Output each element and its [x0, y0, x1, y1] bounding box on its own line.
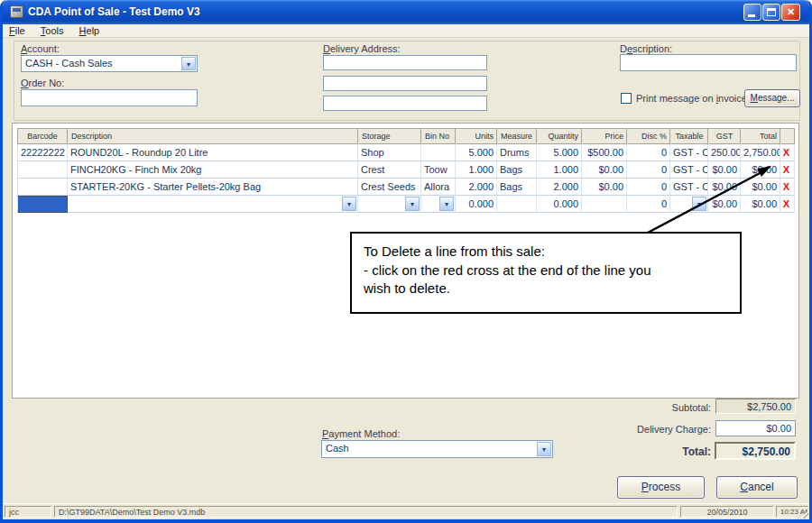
- print-message-label: Print message on invoice: [636, 93, 747, 104]
- col-header-total: Total: [741, 128, 780, 144]
- cell-description[interactable]: ROUND20L - Roundup 20 Litre: [68, 144, 358, 161]
- cell-measure[interactable]: [497, 196, 537, 213]
- col-header-gst: GST: [708, 128, 741, 144]
- close-button[interactable]: ✕: [781, 4, 800, 21]
- cell-description[interactable]: STARTER-20KG - Starter Pellets-20kg Bag: [68, 179, 358, 196]
- cell-storage[interactable]: Crest Seeds: [358, 179, 421, 196]
- cell-price[interactable]: $500.00: [582, 144, 627, 161]
- cell-units[interactable]: 2.000: [456, 179, 497, 196]
- cell-taxable[interactable]: GST - C: [670, 144, 708, 161]
- menu-file[interactable]: File: [3, 24, 32, 37]
- cell-price[interactable]: [582, 196, 627, 213]
- menu-help[interactable]: Help: [73, 24, 106, 37]
- description-label: Description:: [620, 43, 672, 54]
- delivery-address-line2[interactable]: [323, 76, 487, 91]
- app-window: CDA Point of Sale - Test Demo V3 ✕ File …: [0, 0, 812, 523]
- col-header-barcode: Barcode: [17, 128, 68, 144]
- cell-price[interactable]: $0.00: [582, 179, 627, 196]
- col-header-measure: Measure: [497, 128, 537, 144]
- window-title: CDA Point of Sale - Test Demo V3: [28, 5, 200, 18]
- col-header-price: Price: [582, 128, 627, 144]
- callout-line: To Delete a line from this sale:: [364, 243, 728, 262]
- cell-measure[interactable]: Bags: [497, 161, 537, 179]
- menu-tools[interactable]: Tools: [34, 24, 70, 37]
- callout-line: - click on the red cross at the end of t…: [364, 262, 728, 280]
- cell-storage[interactable]: Shop: [358, 144, 421, 161]
- cell-storage-combo[interactable]: ▾: [358, 196, 421, 213]
- delete-line-button[interactable]: X: [780, 144, 795, 161]
- cell-bin-no[interactable]: Allora: [421, 179, 456, 196]
- cancel-button[interactable]: Cancel: [716, 476, 798, 499]
- status-bar: jcc D:\GT99DATA\Demo\Test Demo V3.mdb 20…: [3, 503, 809, 519]
- minimize-icon: [748, 14, 755, 17]
- cell-quantity[interactable]: 2.000: [537, 179, 582, 196]
- maximize-icon: [767, 8, 776, 16]
- cell-barcode[interactable]: [17, 179, 68, 196]
- cell-measure[interactable]: Drums: [497, 144, 537, 161]
- payment-method-select[interactable]: Cash ▾: [321, 440, 553, 458]
- col-header-bin-no: Bin No: [421, 128, 456, 144]
- col-header-delete: [780, 128, 795, 144]
- cell-quantity[interactable]: 0.000: [537, 196, 582, 213]
- total-value: $2,750.00: [715, 442, 796, 460]
- order-no-input[interactable]: [21, 89, 198, 106]
- account-label: Account:: [21, 43, 60, 54]
- cell-description-combo[interactable]: ▾: [68, 196, 358, 213]
- table-row: 22222222 ROUND20L - Roundup 20 Litre Sho…: [17, 144, 795, 161]
- cell-units[interactable]: 5.000: [456, 144, 497, 161]
- minimize-button[interactable]: [743, 4, 761, 21]
- title-bar: CDA Point of Sale - Test Demo V3 ✕: [3, 0, 809, 24]
- account-value: CASH - Cash Sales: [25, 58, 113, 69]
- delivery-charge-label: Delivery Charge:: [544, 424, 711, 435]
- cell-bin-no[interactable]: [421, 144, 456, 161]
- cell-quantity[interactable]: 5.000: [537, 144, 582, 161]
- cell-bin-no-combo[interactable]: ▾: [421, 196, 456, 213]
- chevron-down-icon[interactable]: ▾: [537, 442, 551, 456]
- maximize-button[interactable]: [762, 4, 780, 21]
- menu-bar: File Tools Help: [3, 24, 809, 38]
- col-header-units: Units: [456, 128, 497, 144]
- col-header-taxable: Taxable: [670, 128, 708, 144]
- cell-measure[interactable]: Bags: [497, 179, 537, 196]
- status-database-path: D:\GT99DATA\Demo\Test Demo V3.mdb: [54, 506, 678, 518]
- grid-header-row: Barcode Description Storage Bin No Units…: [17, 128, 795, 144]
- cell-barcode[interactable]: 22222222: [17, 144, 68, 161]
- callout-line: wish to delete.: [364, 280, 728, 298]
- subtotal-label: Subtotal:: [544, 402, 711, 413]
- cell-price[interactable]: $0.00: [582, 161, 627, 179]
- chevron-down-icon[interactable]: ▾: [181, 57, 196, 70]
- description-input[interactable]: [620, 54, 797, 71]
- cell-storage[interactable]: Crest: [358, 161, 421, 179]
- message-button[interactable]: Message...: [744, 89, 800, 107]
- total-label: Total:: [544, 445, 711, 458]
- delivery-address-label: Delivery Address:: [323, 43, 401, 54]
- delivery-charge-input[interactable]: [715, 420, 796, 436]
- chevron-down-icon[interactable]: ▾: [439, 197, 454, 211]
- col-header-description: Description: [68, 128, 358, 144]
- delivery-address-line1[interactable]: [323, 55, 487, 70]
- cell-barcode-selected[interactable]: [17, 196, 68, 213]
- app-icon: [10, 5, 23, 18]
- delete-instruction-callout: To Delete a line from this sale: - click…: [350, 232, 742, 314]
- cell-description[interactable]: FINCH20KG - Finch Mix 20kg: [68, 161, 358, 179]
- status-user: jcc: [5, 506, 51, 518]
- account-select[interactable]: CASH - Cash Sales ▾: [21, 55, 198, 72]
- cell-units[interactable]: 0.000: [456, 196, 497, 213]
- cell-gst[interactable]: 250.00: [708, 144, 741, 161]
- chevron-down-icon[interactable]: ▾: [342, 197, 356, 211]
- cell-disc[interactable]: 0: [627, 144, 670, 161]
- order-no-label: Order No:: [21, 78, 64, 88]
- col-header-disc: Disc %: [627, 128, 670, 144]
- status-date: 20/05/2010: [680, 506, 774, 518]
- cell-bin-no[interactable]: Toow: [421, 161, 456, 179]
- delivery-address-line3[interactable]: [323, 96, 487, 111]
- chevron-down-icon[interactable]: ▾: [405, 197, 420, 211]
- cell-quantity[interactable]: 1.000: [537, 161, 582, 179]
- subtotal-value: $2,750.00: [715, 399, 796, 414]
- print-message-checkbox[interactable]: [621, 93, 632, 104]
- cell-units[interactable]: 1.000: [456, 161, 497, 179]
- process-button[interactable]: Process: [617, 476, 705, 499]
- cell-total[interactable]: 2,750.00: [741, 144, 780, 161]
- cell-barcode[interactable]: [17, 161, 68, 179]
- col-header-quantity: Quantity: [537, 128, 582, 144]
